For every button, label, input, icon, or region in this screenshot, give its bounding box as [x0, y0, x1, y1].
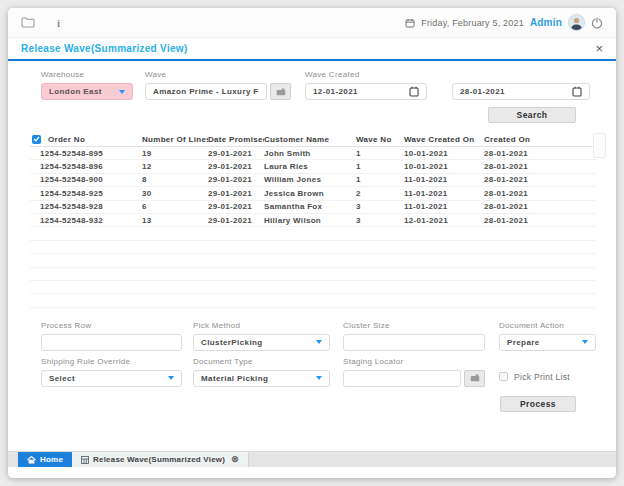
process-row-label: Process Row [41, 321, 182, 330]
tab-release-wave[interactable]: Release Wave(Summarized View) ⊗ [72, 452, 249, 467]
current-date: Friday, February 5, 2021 [421, 18, 524, 28]
wave-input[interactable] [153, 87, 259, 96]
table-cell: 1254-52548-895 [30, 149, 142, 158]
wave-created-to-value: 28-01-2021 [460, 87, 505, 96]
warehouse-label: Warehouse [41, 70, 133, 79]
chevron-down-icon [168, 376, 174, 380]
shipping-rule-select[interactable]: Select [41, 370, 182, 387]
table-cell: 10-01-2021 [404, 149, 484, 158]
process-row-group: Process Row [41, 321, 182, 351]
table-cell: 29-01-2021 [208, 149, 264, 158]
document-action-select[interactable]: Prepare [499, 334, 596, 351]
logout-power-icon[interactable] [591, 17, 603, 29]
title-bar: Release Wave(Summarized View) × [8, 38, 616, 61]
table-row-empty [30, 254, 596, 267]
staging-locator-input[interactable] [351, 374, 453, 383]
document-type-value: Material Picking [201, 374, 268, 383]
table-cell: 13 [142, 216, 208, 225]
table-cell: 12-01-2021 [404, 216, 484, 225]
table-cell: 29-01-2021 [208, 162, 264, 171]
process-row-input[interactable] [49, 338, 174, 347]
search-button[interactable]: Search [488, 107, 576, 123]
orders-table: Order No Number Of Lines Date Promised C… [30, 132, 596, 308]
process-form: Process Row Pick Method ClusterPicking C… [8, 308, 616, 412]
table-cell: 29-01-2021 [208, 216, 264, 225]
pick-method-value: ClusterPicking [201, 338, 263, 347]
col-created-on[interactable]: Created On [484, 135, 596, 144]
table-cell: 1 [356, 162, 404, 171]
home-icon [27, 456, 36, 464]
wave-created-from-value: 12-01-2021 [313, 87, 358, 96]
table-cell: Laura Ries [264, 162, 356, 171]
staging-locator-lookup-button[interactable] [464, 370, 485, 387]
table-row-empty [30, 268, 596, 281]
info-icon[interactable]: i [57, 17, 60, 29]
table-cell: 12 [142, 162, 208, 171]
cluster-size-group: Cluster Size [343, 321, 485, 351]
process-button[interactable]: Process [500, 396, 576, 412]
shipping-rule-label: Shipping Rule Override [41, 357, 182, 366]
col-order-no[interactable]: Order No [48, 135, 85, 144]
table-cell: 30 [142, 189, 208, 198]
pick-print-list-group: Pick Print List [499, 357, 596, 387]
table-scrollbar[interactable] [593, 133, 606, 158]
tab-close-icon[interactable]: ⊗ [231, 455, 239, 464]
select-all-checkbox[interactable] [32, 135, 41, 144]
warehouse-group: Warehouse London East [41, 70, 133, 100]
table-row[interactable]: 1254-52548-8951929-01-2021John Smith110-… [30, 147, 596, 160]
col-wave-no[interactable]: Wave No [356, 135, 404, 144]
col-wave-created-on[interactable]: Wave Created On [404, 135, 484, 144]
wave-lookup-button[interactable] [270, 83, 291, 100]
table-row[interactable]: 1254-52548-900829-01-2021William Jones11… [30, 174, 596, 187]
staging-locator-group: Staging Locator [343, 357, 485, 387]
pick-method-select[interactable]: ClusterPicking [193, 334, 330, 351]
cluster-size-input-wrap [343, 334, 485, 351]
page-title: Release Wave(Summarized View) [21, 43, 188, 54]
table-row-empty [30, 281, 596, 294]
calendar-icon[interactable] [409, 86, 419, 97]
table-cell: 8 [142, 175, 208, 184]
folder-icon[interactable] [21, 17, 35, 28]
table-cell: 1254-52548-932 [30, 216, 142, 225]
col-customer-name[interactable]: Customer Name [264, 135, 356, 144]
table-cell: 1 [356, 175, 404, 184]
table-cell: 29-01-2021 [208, 189, 264, 198]
bottom-taskbar: Home Release Wave(Summarized View) ⊗ [8, 451, 616, 467]
table-row[interactable]: 1254-52548-928629-01-2021Samantha Fox311… [30, 201, 596, 214]
close-icon[interactable]: × [595, 42, 603, 55]
table-cell: 28-01-2021 [484, 202, 596, 211]
user-avatar[interactable] [568, 14, 585, 31]
calendar-icon[interactable] [572, 86, 582, 97]
home-tab[interactable]: Home [18, 452, 72, 467]
table-row[interactable]: 1254-52548-9253029-01-2021Jessica Brown2… [30, 187, 596, 200]
table-cell: John Smith [264, 149, 356, 158]
table-cell: Jessica Brown [264, 189, 356, 198]
orders-table-body: 1254-52548-8951929-01-2021John Smith110-… [30, 147, 596, 308]
document-action-label: Document Action [499, 321, 596, 330]
table-row[interactable]: 1254-52548-8961229-01-2021Laura Ries110-… [30, 160, 596, 173]
table-cell: 28-01-2021 [484, 216, 596, 225]
col-number-of-lines[interactable]: Number Of Lines [142, 135, 208, 144]
document-action-group: Document Action Prepare [499, 321, 596, 351]
pick-print-list-checkbox[interactable] [499, 372, 508, 381]
document-type-label: Document Type [193, 357, 330, 366]
table-row[interactable]: 1254-52548-9321329-01-2021Hillary Wilson… [30, 214, 596, 227]
shipping-rule-group: Shipping Rule Override Select [41, 357, 182, 387]
table-cell: 1254-52548-928 [30, 202, 142, 211]
table-cell: 1254-52548-925 [30, 189, 142, 198]
app-window: i Friday, February 5, 2021 Admin Release… [8, 8, 616, 478]
chevron-down-icon [119, 90, 125, 94]
wave-created-to-field[interactable]: 28-01-2021 [452, 83, 590, 100]
warehouse-select[interactable]: London East [41, 83, 133, 100]
table-cell: 2 [356, 189, 404, 198]
table-cell: 11-01-2021 [404, 202, 484, 211]
document-action-value: Prepare [507, 338, 540, 347]
document-type-select[interactable]: Material Picking [193, 370, 330, 387]
cluster-size-input[interactable] [351, 338, 477, 347]
wave-input-wrap [145, 83, 267, 100]
col-date-promised[interactable]: Date Promised [208, 135, 264, 144]
wave-label: Wave [145, 70, 291, 79]
chevron-down-icon [316, 340, 322, 344]
wave-created-from-field[interactable]: 12-01-2021 [305, 83, 427, 100]
user-menu[interactable]: Admin [530, 17, 562, 28]
